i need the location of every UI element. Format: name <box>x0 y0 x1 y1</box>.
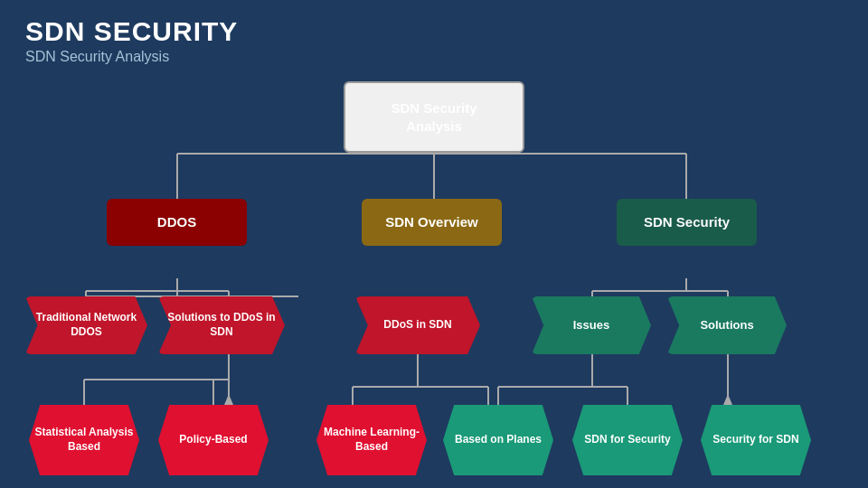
svg-marker-19 <box>224 394 233 405</box>
header: SDN SECURITY SDN Security Analysis <box>25 16 238 65</box>
sdn-security-node: SDN Security <box>617 199 757 246</box>
root-node: SDN Security Analysis <box>344 81 524 153</box>
sdn-overview-node: SDN Overview <box>362 199 502 246</box>
svg-marker-21 <box>723 394 732 405</box>
sec-for-sdn-node: Security for SDN <box>701 405 811 475</box>
trad-ddos-node: Traditional Network DDOS <box>25 296 147 354</box>
ml-node: Machine Learning-Based <box>316 405 427 475</box>
planes-node: Based on Planes <box>443 405 553 475</box>
solutions-sec-node: Solutions <box>667 296 787 354</box>
solutions-ddos-node: Solutions to DDoS in SDN <box>158 296 285 354</box>
ddos-node: DDOS <box>107 199 247 246</box>
sdn-for-sec-node: SDN for Security <box>572 405 683 475</box>
main-title: SDN SECURITY <box>25 16 238 47</box>
policy-node: Policy-Based <box>158 405 269 475</box>
stat-node: Statistical Analysis Based <box>29 405 139 475</box>
issues-node: Issues <box>532 296 651 354</box>
sub-title: SDN Security Analysis <box>25 49 238 65</box>
diagram: SDN Security Analysis DDOS SDN Overview … <box>0 72 868 479</box>
ddos-sdn-node: DDoS in SDN <box>355 296 480 354</box>
